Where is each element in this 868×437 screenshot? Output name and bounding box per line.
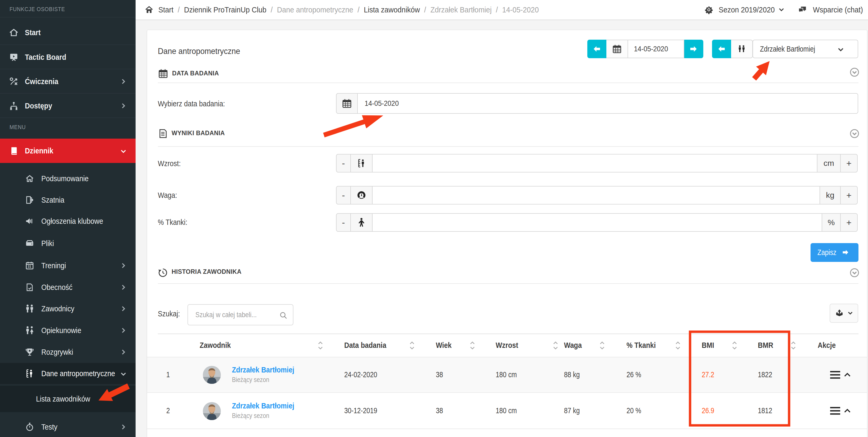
svg-text:31: 31	[28, 265, 32, 269]
